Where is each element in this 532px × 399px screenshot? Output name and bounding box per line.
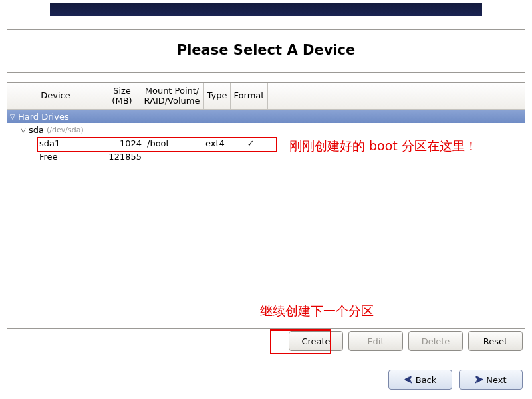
annotation-boot-here: 刚刚创建好的 boot 分区在这里！ <box>289 138 477 155</box>
reset-button[interactable]: Reset <box>468 331 523 351</box>
cell-device: sda1 <box>7 138 104 148</box>
expander-icon[interactable]: ▽ <box>10 113 18 120</box>
col-size[interactable]: Size (MB) <box>104 83 140 109</box>
col-spacer <box>268 83 525 109</box>
table-header: Device Size (MB) Mount Point/ RAID/Volum… <box>7 83 525 110</box>
disk-path: (/dev/sda) <box>47 126 84 134</box>
back-label: Back <box>416 375 437 385</box>
cell-type: ext4 <box>204 138 233 148</box>
create-button[interactable]: Create <box>289 331 343 351</box>
next-button[interactable]: ⮞ Next <box>459 370 523 390</box>
col-mount[interactable]: Mount Point/ RAID/Volume <box>140 83 204 109</box>
nav-buttons: ⮜ Back ⮞ Next <box>388 370 523 390</box>
col-type[interactable]: Type <box>204 83 231 109</box>
arrow-right-icon: ⮞ <box>475 375 483 385</box>
arrow-left-icon: ⮜ <box>404 375 413 385</box>
edit-button[interactable]: Edit <box>348 331 403 351</box>
group-label: Hard Drives <box>18 112 69 122</box>
title-frame: Please Select A Device <box>7 29 525 73</box>
device-table: Device Size (MB) Mount Point/ RAID/Volum… <box>7 82 525 329</box>
annotation-next-partition: 继续创建下一个分区 <box>260 303 374 320</box>
delete-button[interactable]: Delete <box>408 331 463 351</box>
banner-stripe <box>50 3 482 16</box>
disk-name: sda <box>29 125 44 135</box>
disk-sda[interactable]: ▽ sda (/dev/sda) <box>7 123 525 136</box>
col-device[interactable]: Device <box>7 83 104 109</box>
cell-mount: /boot <box>146 138 204 148</box>
back-button[interactable]: ⮜ Back <box>388 370 452 390</box>
next-label: Next <box>486 375 506 385</box>
cell-size: 121855 <box>104 152 146 162</box>
group-hard-drives[interactable]: ▽ Hard Drives <box>7 110 525 123</box>
device-tree[interactable]: ▽ Hard Drives ▽ sda (/dev/sda) sda1 1024… <box>7 110 525 328</box>
col-format[interactable]: Format <box>231 83 268 109</box>
expander-icon[interactable]: ▽ <box>21 126 29 134</box>
banner <box>0 0 532 25</box>
cell-size: 1024 <box>104 138 146 148</box>
action-buttons: Create Edit Delete Reset <box>7 331 525 354</box>
cell-device: Free <box>7 152 104 162</box>
cell-format: ✓ <box>233 138 268 148</box>
page-title: Please Select A Device <box>177 42 355 72</box>
